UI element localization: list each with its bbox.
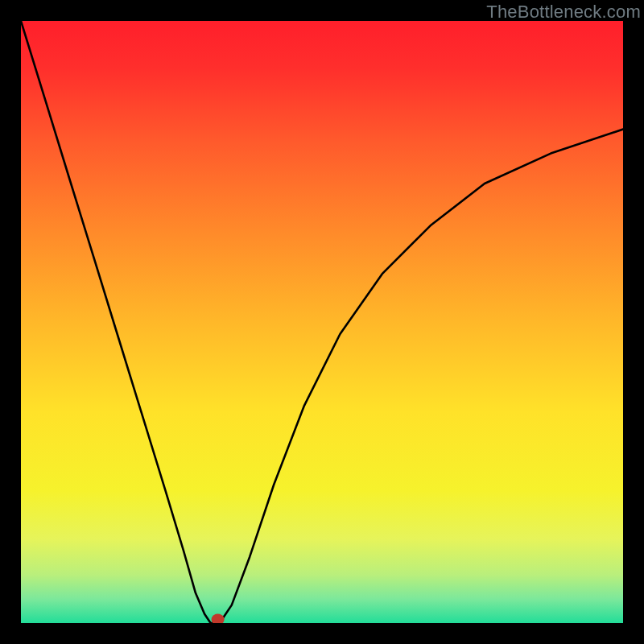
chart-svg — [21, 21, 623, 623]
chart-frame — [21, 21, 623, 623]
chart-background — [21, 21, 623, 623]
watermark-text: TheBottleneck.com — [486, 2, 641, 23]
